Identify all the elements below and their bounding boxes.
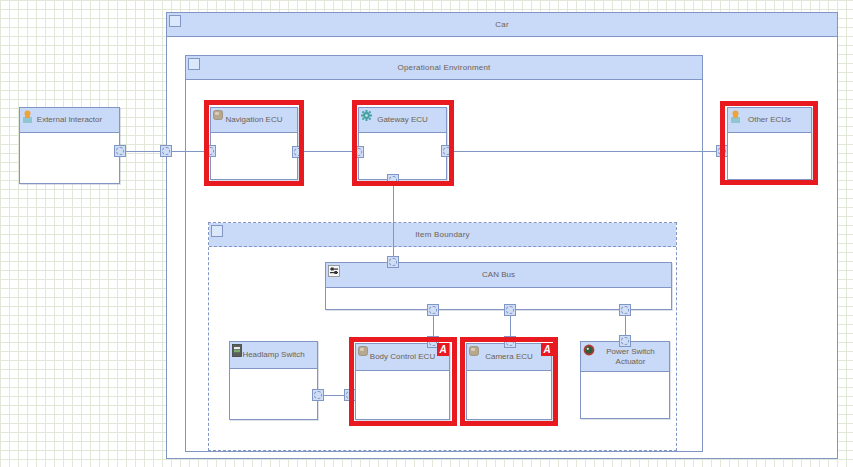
port-canbus-bottom-2[interactable] <box>504 304 516 316</box>
block-headlamp-switch[interactable]: Headlamp Switch <box>229 341 318 420</box>
block-header: CAN Bus <box>326 263 671 288</box>
highlight-box-gateway-ecu <box>352 100 454 186</box>
highlight-box-other-ecus <box>720 101 818 185</box>
block-power-switch-actuator[interactable]: Power Switch Actuator <box>580 341 670 419</box>
highlight-box-navigation-ecu <box>204 100 304 186</box>
person-icon <box>22 110 33 123</box>
container-title: Car <box>495 20 509 29</box>
container-ib-header: Item Boundary <box>209 223 676 247</box>
container-title: Operational Environment <box>397 63 490 72</box>
port-headlamp-right[interactable] <box>312 389 324 401</box>
block-external-interactor[interactable]: External Interactor <box>19 107 120 184</box>
container-car-header: Car <box>167 13 837 37</box>
block-label: Headlamp Switch <box>232 350 314 360</box>
block-label: External Interactor <box>27 115 112 125</box>
port-canbus-top[interactable] <box>387 256 399 268</box>
diagram-canvas: Car Operational Environment Item Boundar… <box>0 0 853 467</box>
actuator-icon <box>583 344 595 356</box>
collapse-handle-icon[interactable] <box>188 58 200 70</box>
block-label: CAN Bus <box>472 270 525 280</box>
connector-navigation-to-gateway[interactable] <box>298 151 358 152</box>
connector-gateway-to-canbus[interactable] <box>393 180 394 262</box>
port-canbus-bottom-3[interactable] <box>619 304 631 316</box>
block-can-bus[interactable]: CAN Bus <box>325 262 672 310</box>
port-power-switch-top[interactable] <box>619 335 631 347</box>
connector-gateway-to-other-ecus[interactable] <box>447 151 722 152</box>
annotation-marker: A <box>541 343 553 356</box>
container-oe-header: Operational Environment <box>186 56 702 80</box>
collapse-handle-icon[interactable] <box>169 15 181 27</box>
switch-icon <box>232 344 242 357</box>
port-canbus-bottom-1[interactable] <box>427 304 439 316</box>
bus-icon <box>328 265 340 277</box>
block-header: External Interactor <box>20 108 119 133</box>
annotation-marker: A <box>437 343 449 356</box>
port-external-interactor-right[interactable] <box>114 145 126 157</box>
collapse-handle-icon[interactable] <box>211 225 223 237</box>
block-header: Headlamp Switch <box>230 342 317 369</box>
container-title: Item Boundary <box>415 230 470 239</box>
port-car-boundary-left[interactable] <box>160 145 172 157</box>
